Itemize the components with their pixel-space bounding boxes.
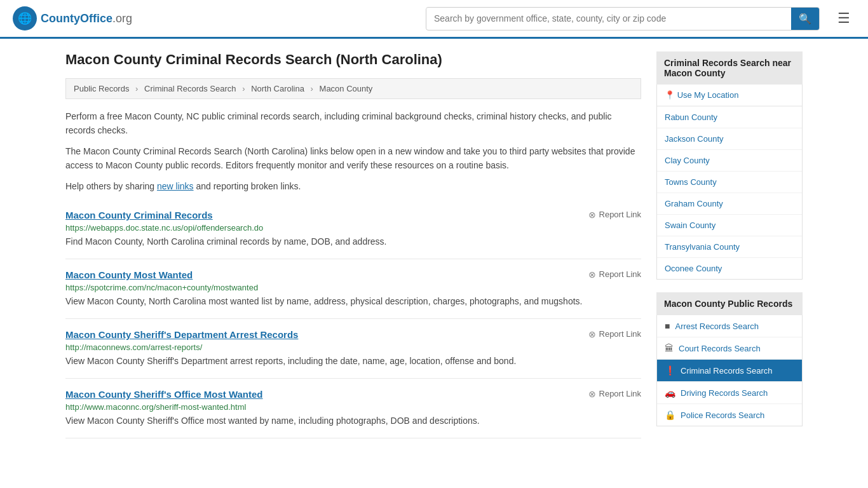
- report-link-btn-1[interactable]: ⊗ Report Link: [588, 269, 641, 280]
- public-records-heading: Macon County Public Records: [656, 292, 803, 315]
- result-item-0: Macon County Criminal Records ⊗ Report L…: [65, 200, 641, 259]
- hamburger-icon: ☰: [837, 10, 850, 26]
- description-para3: Help others by sharing new links and rep…: [65, 179, 641, 193]
- result-desc-1: View Macon County, North Carolina most w…: [65, 295, 641, 308]
- site-logo[interactable]: 🌐 CountyOffice.org: [13, 6, 132, 30]
- search-icon: 🔍: [799, 13, 811, 24]
- nearby-swain: Swain County: [657, 215, 802, 236]
- location-pin-icon: 📍: [665, 90, 675, 100]
- report-link-btn-2[interactable]: ⊗ Report Link: [588, 329, 641, 339]
- report-icon-0: ⊗: [588, 210, 596, 220]
- report-label-3: Report Link: [599, 389, 641, 398]
- use-location-item: 📍 Use My Location: [657, 85, 802, 107]
- police-records-item: 🔒 Police Records Search: [657, 404, 802, 426]
- criminal-icon: ❗: [665, 365, 675, 376]
- main-container: Macon County Criminal Records Search (No…: [53, 39, 815, 452]
- nearby-jackson-link[interactable]: Jackson County: [657, 128, 802, 149]
- report-link-btn-3[interactable]: ⊗ Report Link: [588, 389, 641, 399]
- page-title: Macon County Criminal Records Search (No…: [65, 51, 641, 68]
- description-para1: Perform a free Macon County, NC public c…: [65, 109, 641, 138]
- nearby-swain-link[interactable]: Swain County: [657, 215, 802, 236]
- nearby-section: Criminal Records Search near Macon Count…: [656, 51, 803, 280]
- nearby-heading: Criminal Records Search near Macon Count…: [656, 51, 803, 85]
- logo-text: CountyOffice.org: [41, 12, 132, 25]
- sidebar: Criminal Records Search near Macon Count…: [656, 51, 803, 439]
- search-input[interactable]: [426, 8, 791, 29]
- police-records-label: Police Records Search: [681, 410, 764, 420]
- report-label-2: Report Link: [599, 329, 641, 339]
- nearby-transylvania: Transylvania County: [657, 236, 802, 258]
- breadcrumb-macon[interactable]: Macon County: [320, 84, 373, 93]
- report-icon-1: ⊗: [588, 269, 596, 280]
- nearby-jackson: Jackson County: [657, 128, 802, 150]
- content-area: Macon County Criminal Records Search (No…: [65, 51, 641, 439]
- report-icon-3: ⊗: [588, 389, 596, 399]
- breadcrumb-criminal-records[interactable]: Criminal Records Search: [144, 84, 236, 93]
- result-url-0: https://webapps.doc.state.nc.us/opi/offe…: [65, 223, 641, 233]
- result-title-0[interactable]: Macon County Criminal Records: [65, 210, 213, 220]
- result-title-3[interactable]: Macon County Sheriff's Office Most Wante…: [65, 389, 263, 400]
- court-icon: 🏛: [665, 343, 674, 353]
- driving-icon: 🚗: [665, 388, 675, 398]
- use-location-label: Use My Location: [677, 90, 739, 100]
- court-records-link[interactable]: 🏛 Court Records Search: [657, 337, 802, 359]
- result-item-3: Macon County Sheriff's Office Most Wante…: [65, 379, 641, 438]
- result-header-0: Macon County Criminal Records ⊗ Report L…: [65, 210, 641, 220]
- result-title-2[interactable]: Macon County Sheriff's Department Arrest…: [65, 329, 298, 340]
- result-desc-2: View Macon County Sheriff's Department a…: [65, 355, 641, 368]
- new-links-link[interactable]: new links: [157, 181, 194, 191]
- criminal-records-link[interactable]: ❗ Criminal Records Search: [657, 360, 802, 381]
- result-header-1: Macon County Most Wanted ⊗ Report Link: [65, 269, 641, 280]
- public-records-list: ■ Arrest Records Search 🏛 Court Records …: [656, 315, 803, 426]
- breadcrumb-sep-3: ›: [311, 84, 313, 93]
- arrest-records-link[interactable]: ■ Arrest Records Search: [657, 315, 802, 337]
- result-desc-0: Find Macon County, North Carolina crimin…: [65, 235, 641, 248]
- police-records-link[interactable]: 🔒 Police Records Search: [657, 404, 802, 426]
- breadcrumb-sep-1: ›: [135, 84, 138, 93]
- court-records-label: Court Records Search: [679, 344, 761, 353]
- breadcrumb-nc[interactable]: North Carolina: [251, 84, 304, 93]
- report-label-1: Report Link: [599, 269, 641, 279]
- police-icon: 🔒: [665, 410, 675, 420]
- nearby-oconee: Oconee County: [657, 258, 802, 279]
- search-button[interactable]: 🔍: [791, 8, 819, 30]
- arrest-records-label: Arrest Records Search: [675, 322, 759, 331]
- result-url-2: http://maconnews.com/arrest-reports/: [65, 342, 641, 352]
- nearby-transylvania-link[interactable]: Transylvania County: [657, 236, 802, 257]
- nearby-towns-link[interactable]: Towns County: [657, 172, 802, 193]
- breadcrumb: Public Records › Criminal Records Search…: [65, 78, 641, 99]
- driving-records-link[interactable]: 🚗 Driving Records Search: [657, 382, 802, 403]
- menu-button[interactable]: ☰: [832, 8, 855, 29]
- arrest-records-item: ■ Arrest Records Search: [657, 315, 802, 337]
- breadcrumb-public-records[interactable]: Public Records: [74, 84, 129, 93]
- nearby-towns: Towns County: [657, 172, 802, 193]
- result-item-2: Macon County Sheriff's Department Arrest…: [65, 319, 641, 379]
- criminal-records-item: ❗ Criminal Records Search: [657, 360, 802, 382]
- result-header-2: Macon County Sheriff's Department Arrest…: [65, 329, 641, 340]
- result-header-3: Macon County Sheriff's Office Most Wante…: [65, 389, 641, 400]
- site-header: 🌐 CountyOffice.org 🔍 ☰: [0, 0, 868, 39]
- description-para2: The Macon County Criminal Records Search…: [65, 144, 641, 173]
- breadcrumb-sep-2: ›: [242, 84, 245, 93]
- nearby-oconee-link[interactable]: Oconee County: [657, 258, 802, 279]
- nearby-clay: Clay County: [657, 150, 802, 172]
- court-records-item: 🏛 Court Records Search: [657, 337, 802, 360]
- criminal-records-label: Criminal Records Search: [681, 366, 773, 376]
- result-item-1: Macon County Most Wanted ⊗ Report Link h…: [65, 259, 641, 319]
- nearby-rabun-link[interactable]: Rabun County: [657, 107, 802, 128]
- report-link-btn-0[interactable]: ⊗ Report Link: [588, 210, 641, 220]
- arrest-icon: ■: [665, 321, 670, 331]
- nearby-list: 📍 Use My Location Rabun County Jackson C…: [656, 85, 803, 280]
- report-icon-2: ⊗: [588, 329, 596, 339]
- result-url-1: https://spotcrime.com/nc/macon+county/mo…: [65, 283, 641, 292]
- search-bar: 🔍: [426, 7, 820, 30]
- nearby-rabun: Rabun County: [657, 107, 802, 128]
- logo-icon: 🌐: [13, 6, 37, 30]
- result-title-1[interactable]: Macon County Most Wanted: [65, 269, 193, 280]
- results-list: Macon County Criminal Records ⊗ Report L…: [65, 200, 641, 438]
- report-label-0: Report Link: [599, 210, 641, 219]
- nearby-clay-link[interactable]: Clay County: [657, 150, 802, 171]
- use-location-link[interactable]: 📍 Use My Location: [657, 85, 802, 106]
- nearby-graham: Graham County: [657, 193, 802, 215]
- nearby-graham-link[interactable]: Graham County: [657, 193, 802, 214]
